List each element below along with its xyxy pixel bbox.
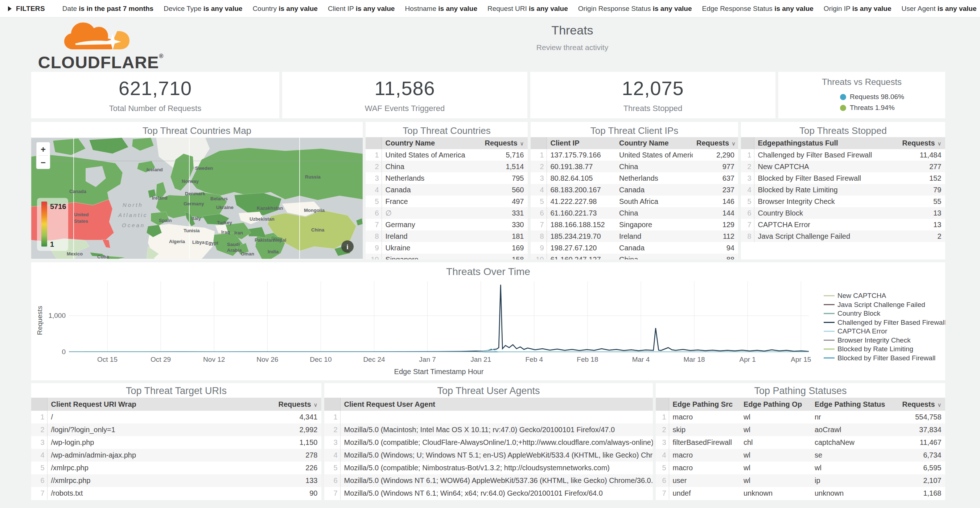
filter-item-device-type[interactable]: Device Type is any value bbox=[164, 5, 242, 12]
x-axis-tick: Nov 26 bbox=[256, 355, 278, 363]
table-row[interactable]: 4macrowlse6,734 bbox=[656, 449, 945, 462]
map-ocean-label: Ocean bbox=[122, 222, 145, 228]
requests-sort-header[interactable]: Requests∨ bbox=[267, 398, 321, 411]
filters-toggle[interactable]: FILTERS bbox=[16, 5, 45, 13]
map-info-button[interactable]: i bbox=[341, 240, 354, 253]
table-row[interactable]: 5Browser Integrity Check55 bbox=[741, 196, 945, 207]
table-row[interactable]: 5Mozilla/5.0 (compatible; Nimbostratus-B… bbox=[324, 462, 653, 474]
table-cell: Mozilla/5.0 (Windows; U; Windows NT 5.1;… bbox=[340, 449, 653, 462]
table-row[interactable]: 8185.234.219.70Ireland112 bbox=[531, 231, 738, 242]
table-row[interactable]: 10Singapore158 bbox=[366, 254, 528, 260]
cloudflare-cloud-icon bbox=[63, 18, 139, 51]
table-row[interactable]: 7CAPTCHA Error13 bbox=[741, 219, 945, 231]
requests-sort-header[interactable]: Requests∨ bbox=[477, 137, 528, 149]
table-row[interactable]: 2Mozilla/5.0 (Macintosh; Intel Mac OS X … bbox=[324, 424, 653, 436]
chart-legend-item[interactable]: Blocked by Filter Based Firewall bbox=[824, 354, 935, 362]
chart-legend-item[interactable]: Java Script Challenge Failed bbox=[824, 301, 925, 309]
requests-sort-header[interactable]: Requests∨ bbox=[891, 137, 945, 149]
table-row[interactable]: 4Mozilla/5.0 (Windows; U; Windows NT 5.1… bbox=[324, 449, 653, 462]
top-threats-stopped-panel: Top Threats Stopped Edgepathingstatus Fu… bbox=[741, 122, 945, 260]
cloudflare-wordmark: CLOUDFLARE® bbox=[38, 52, 164, 72]
table-row[interactable]: 2/login/?login_only=12,992 bbox=[31, 424, 321, 436]
table-row[interactable]: 7Germany330 bbox=[366, 219, 528, 231]
row-index: 9 bbox=[366, 242, 382, 254]
table-row[interactable]: 468.183.200.167Canada237 bbox=[531, 184, 738, 196]
table-cell: 2 bbox=[891, 231, 945, 242]
filter-item-user-agent[interactable]: User Agent is any value bbox=[901, 5, 976, 12]
requests-sort-header[interactable]: Requests∨ bbox=[693, 137, 738, 149]
filter-item-origin-ip[interactable]: Origin IP is any value bbox=[824, 5, 891, 12]
row-index: 6 bbox=[324, 474, 340, 487]
table-cell: 13 bbox=[891, 207, 945, 219]
table-row[interactable]: 6userwlip2,107 bbox=[656, 474, 945, 487]
table-row[interactable]: 7undefunknownunknown1,168 bbox=[656, 487, 945, 500]
table-row[interactable]: 1137.175.79.166United States of America2… bbox=[531, 149, 738, 161]
table-row[interactable]: 2China1,514 bbox=[366, 161, 528, 172]
row-index: 4 bbox=[366, 184, 382, 196]
map-zoom-in-button[interactable]: + bbox=[41, 145, 46, 154]
filter-item-country[interactable]: Country is any value bbox=[253, 5, 318, 12]
table-row[interactable]: 1macrowlnr554,758 bbox=[656, 411, 945, 424]
world-map[interactable]: CanadaUnitedStatesMexicoCubaIcelandIrela… bbox=[31, 137, 363, 260]
table-cell: Canada bbox=[616, 242, 693, 254]
table-row[interactable]: 9198.27.67.120Canada94 bbox=[531, 242, 738, 254]
table-row[interactable]: 5/xmlrpc.php226 bbox=[31, 462, 321, 474]
table-row[interactable]: 7Mozilla/5.0 (Windows NT 6.1; Win64; x64… bbox=[324, 487, 653, 500]
table-row[interactable]: 8Java Script Challenge Failed2 bbox=[741, 231, 945, 242]
table-row[interactable]: 2New CAPTCHA277 bbox=[741, 161, 945, 172]
filter-item-hostname[interactable]: Hostname is any value bbox=[405, 5, 477, 12]
table-row[interactable]: 6//xmlrpc.php133 bbox=[31, 474, 321, 487]
table-row[interactable]: 6Mozilla/5.0 (Windows NT 6.1; WOW64) App… bbox=[324, 474, 653, 487]
table-row[interactable]: 6∅331 bbox=[366, 207, 528, 219]
index-column-header bbox=[366, 137, 382, 149]
table-row[interactable]: 8Ireland181 bbox=[366, 231, 528, 242]
table-cell: 277 bbox=[891, 161, 945, 172]
map-zoom-out-button[interactable]: − bbox=[41, 158, 46, 167]
table-row[interactable]: 3filterBasedFirewallchlcaptchaNew11,467 bbox=[656, 436, 945, 449]
filter-item-edge-response-status[interactable]: Edge Response Status is any value bbox=[702, 5, 813, 12]
table-row[interactable]: 7188.166.188.152Singapore129 bbox=[531, 219, 738, 231]
table-row[interactable]: 1/4,341 bbox=[31, 411, 321, 424]
table-cell: New CAPTCHA bbox=[754, 161, 891, 172]
row-index: 10 bbox=[531, 254, 547, 260]
table-row[interactable]: 4Blocked by Rate Limiting79 bbox=[741, 184, 945, 196]
filter-item-origin-response-status[interactable]: Origin Response Status is any value bbox=[578, 5, 692, 12]
table-cell: wl bbox=[740, 424, 811, 436]
table-row[interactable]: 1United States of America5,716 bbox=[366, 149, 528, 161]
table-row[interactable]: 5macrowlwl6,595 bbox=[656, 462, 945, 474]
table-row[interactable]: 5France497 bbox=[366, 196, 528, 207]
filter-item-request-uri[interactable]: Request URI is any value bbox=[487, 5, 568, 12]
row-index: 3 bbox=[741, 172, 754, 184]
table-row[interactable]: 541.222.227.98South Africa146 bbox=[531, 196, 738, 207]
table-row[interactable]: 260.191.38.77China977 bbox=[531, 161, 738, 172]
table-cell: 80.82.64.105 bbox=[547, 172, 616, 184]
chart-legend-item[interactable]: New CAPTCHA bbox=[824, 292, 886, 299]
table-row[interactable]: 4/wp-admin/admin-ajax.php278 bbox=[31, 449, 321, 462]
table-row[interactable]: 6Country Block13 bbox=[741, 207, 945, 219]
table-row[interactable]: 3/wp-login.php1,150 bbox=[31, 436, 321, 449]
chart-legend-item[interactable]: Browser Integrity Check bbox=[824, 336, 911, 344]
chart-legend-item[interactable]: Blocked by Rate Limiting bbox=[824, 345, 913, 353]
table-row[interactable]: 3Blocked by Filter Based Firewall152 bbox=[741, 172, 945, 184]
filter-item-date[interactable]: Date is in the past 7 months bbox=[62, 5, 153, 12]
row-index: 3 bbox=[366, 172, 382, 184]
table-row[interactable]: 4Canada560 bbox=[366, 184, 528, 196]
table-row[interactable]: 7/robots.txt90 bbox=[31, 487, 321, 500]
table-row[interactable]: 9Ukraine169 bbox=[366, 242, 528, 254]
chart-legend-item[interactable]: Challenged by Filter Based Firewall bbox=[824, 318, 945, 326]
table-row[interactable]: 3Mozilla/5.0 (compatible; CloudFlare-Alw… bbox=[324, 436, 653, 449]
table-row[interactable]: 1061.160.247.127China88 bbox=[531, 254, 738, 260]
table-row[interactable]: 380.82.64.105Netherlands637 bbox=[531, 172, 738, 184]
table-row[interactable]: 1Challenged by Filter Based Firewall11,4… bbox=[741, 149, 945, 161]
series-challenged-by-filter-based-firewall bbox=[69, 285, 809, 352]
chart-legend-item[interactable]: Country Block bbox=[824, 309, 881, 317]
table-row[interactable]: 661.160.221.73China144 bbox=[531, 207, 738, 219]
table-row[interactable]: 1 bbox=[324, 411, 653, 424]
map-country-label: Canada bbox=[69, 189, 87, 194]
table-row[interactable]: 2skipwlaoCrawl37,834 bbox=[656, 424, 945, 436]
requests-sort-header[interactable]: Requests∨ bbox=[893, 398, 945, 411]
map-country-label: Egypt bbox=[205, 240, 219, 246]
chart-legend-item[interactable]: CAPTCHA Error bbox=[824, 327, 888, 335]
table-row[interactable]: 3Netherlands795 bbox=[366, 172, 528, 184]
filter-item-client-ip[interactable]: Client IP is any value bbox=[328, 5, 395, 12]
